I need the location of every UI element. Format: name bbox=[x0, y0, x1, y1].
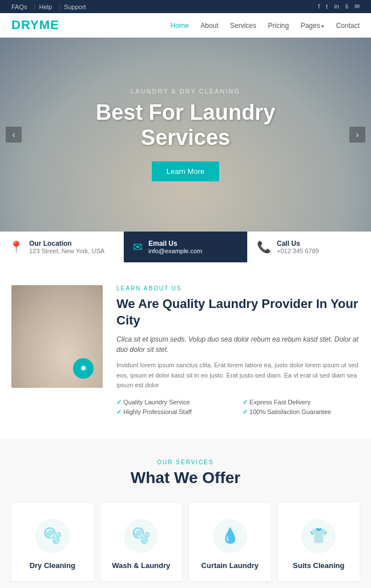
location-info: 📍 Our Location 123 Street, New York, USA bbox=[0, 232, 124, 262]
linkedin-icon[interactable]: li bbox=[345, 3, 348, 10]
service-card-wash-laundry[interactable]: 🫧 Wash & Laundry bbox=[100, 503, 183, 581]
about-body: Invidunt lorem ipsum sanctus clita. Erat… bbox=[116, 360, 360, 391]
help-link[interactable]: Help bbox=[39, 3, 53, 10]
service-card-suits-cleaning[interactable]: 👕 Suits Cleaning bbox=[278, 503, 360, 581]
top-bar: FAQs | Help | Support f t in li ✉ bbox=[0, 0, 371, 13]
info-bar: 📍 Our Location 123 Street, New York, USA… bbox=[0, 232, 371, 262]
hero-next-button[interactable]: › bbox=[349, 127, 365, 143]
about-content: LEARN ABOUT US We Are Quality Laundry Pr… bbox=[116, 285, 360, 416]
logo-dry: DRY bbox=[11, 18, 39, 32]
nav-contact[interactable]: Contact bbox=[336, 22, 360, 30]
feature-3: Highly Professional Staff bbox=[116, 408, 233, 416]
instagram-icon[interactable]: in bbox=[334, 3, 339, 10]
about-lead: Clica sit et ipsum seds. Volup duo sea d… bbox=[116, 334, 360, 355]
about-section: ❋ LEARN ABOUT US We Are Quality Laundry … bbox=[0, 262, 371, 439]
service-name-wash-laundry: Wash & Laundry bbox=[107, 561, 176, 570]
hero-prev-button[interactable]: ‹ bbox=[6, 127, 22, 143]
social-links: f t in li ✉ bbox=[313, 3, 360, 10]
about-title: We Are Quality Laundry Provider In Your … bbox=[116, 296, 360, 329]
faq-link[interactable]: FAQs bbox=[11, 3, 27, 10]
nav-about[interactable]: About bbox=[200, 22, 218, 30]
about-features: Quality Laundry Service Express Fast Del… bbox=[116, 399, 360, 416]
location-value: 123 Street, New York, USA bbox=[29, 248, 104, 254]
navbar: DRYME Home About Services Pricing Pages … bbox=[0, 13, 371, 38]
feature-4: 100% Satisfaction Guarantee bbox=[243, 408, 360, 416]
phone-icon: 📞 bbox=[257, 240, 271, 254]
curtain-laundry-icon: 💧 bbox=[213, 519, 247, 553]
hero-cta-button[interactable]: Learn More bbox=[152, 161, 219, 181]
phone-label: Call Us bbox=[277, 240, 319, 248]
service-name-suits-cleaning: Suits Cleaning bbox=[285, 561, 353, 570]
nav-pages[interactable]: Pages bbox=[301, 22, 325, 30]
hero-title: Best For Laundry Services bbox=[96, 100, 276, 150]
hero-section: LAUNDRY & DRY CLEANING Best For Laundry … bbox=[0, 38, 371, 232]
top-bar-links: FAQs | Help | Support bbox=[11, 3, 90, 10]
nav-links: Home About Services Pricing Pages Contac… bbox=[162, 20, 360, 30]
facebook-icon[interactable]: f bbox=[318, 3, 320, 10]
nav-pricing[interactable]: Pricing bbox=[268, 22, 289, 30]
services-grid: 🫧 Dry Cleaning 🫧 Wash & Laundry 💧 Curtai… bbox=[11, 503, 360, 581]
service-name-dry-cleaning: Dry Cleaning bbox=[18, 561, 87, 570]
phone-info: 📞 Call Us +012 345 6789 bbox=[248, 232, 371, 262]
suits-cleaning-icon: 👕 bbox=[301, 519, 336, 553]
email-value: info@example.com bbox=[148, 248, 202, 254]
location-label: Our Location bbox=[29, 240, 104, 248]
feature-2: Express Fast Delivery bbox=[243, 399, 360, 406]
logo: DRYME bbox=[11, 18, 59, 33]
services-title: What We Offer bbox=[11, 469, 360, 487]
wash-laundry-icon: 🫧 bbox=[124, 519, 158, 553]
service-name-curtain-laundry: Curtain Laundry bbox=[196, 561, 264, 570]
logo-me: ME bbox=[39, 18, 59, 32]
twitter-icon[interactable]: t bbox=[326, 3, 328, 10]
nav-home[interactable]: Home bbox=[171, 22, 189, 30]
services-section: OUR SERVICES What We Offer 🫧 Dry Cleanin… bbox=[0, 439, 371, 588]
services-tag: OUR SERVICES bbox=[11, 459, 360, 465]
email-info: ✉ Email Us info@example.com bbox=[124, 232, 248, 262]
dry-cleaning-icon: 🫧 bbox=[35, 519, 70, 553]
email-label: Email Us bbox=[148, 240, 202, 248]
service-card-curtain-laundry[interactable]: 💧 Curtain Laundry bbox=[189, 503, 271, 581]
about-tag: LEARN ABOUT US bbox=[116, 285, 360, 291]
about-image: ❋ bbox=[11, 285, 103, 388]
feature-1: Quality Laundry Service bbox=[116, 399, 233, 406]
location-icon: 📍 bbox=[9, 240, 23, 254]
service-card-dry-cleaning[interactable]: 🫧 Dry Cleaning bbox=[11, 503, 94, 581]
email-icon: ✉ bbox=[133, 240, 143, 254]
about-badge: ❋ bbox=[73, 358, 94, 379]
support-link[interactable]: Support bbox=[64, 3, 86, 10]
phone-value: +012 345 6789 bbox=[277, 248, 319, 254]
email-social-icon[interactable]: ✉ bbox=[354, 3, 360, 10]
hero-content: LAUNDRY & DRY CLEANING Best For Laundry … bbox=[96, 88, 276, 181]
nav-services[interactable]: Services bbox=[230, 22, 256, 30]
hero-subtitle: LAUNDRY & DRY CLEANING bbox=[96, 88, 276, 95]
